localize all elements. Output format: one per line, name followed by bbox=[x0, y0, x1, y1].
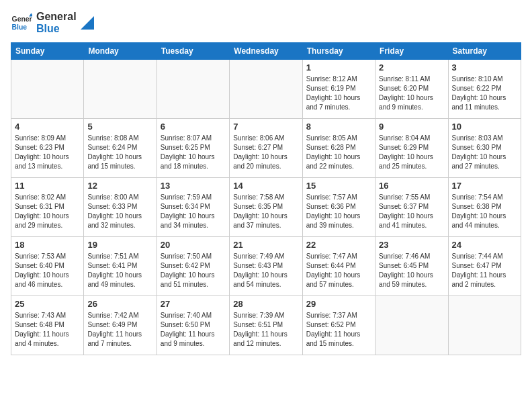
logo-triangle-icon bbox=[81, 16, 94, 30]
day-info: Sunrise: 8:11 AM Sunset: 6:20 PM Dayligh… bbox=[379, 75, 444, 112]
day-number: 2 bbox=[379, 62, 444, 73]
calendar-cell: 24Sunrise: 7:44 AM Sunset: 6:47 PM Dayli… bbox=[448, 237, 521, 296]
day-info: Sunrise: 7:50 AM Sunset: 6:42 PM Dayligh… bbox=[161, 252, 226, 289]
day-info: Sunrise: 8:08 AM Sunset: 6:24 PM Dayligh… bbox=[87, 134, 152, 171]
col-header-monday: Monday bbox=[84, 43, 157, 60]
col-header-thursday: Thursday bbox=[302, 43, 375, 60]
calendar-cell bbox=[375, 296, 448, 355]
calendar-cell: 22Sunrise: 7:47 AM Sunset: 6:44 PM Dayli… bbox=[302, 237, 375, 296]
calendar-cell: 5Sunrise: 8:08 AM Sunset: 6:24 PM Daylig… bbox=[84, 119, 157, 178]
calendar-cell bbox=[11, 60, 84, 119]
calendar-cell: 11Sunrise: 8:02 AM Sunset: 6:31 PM Dayli… bbox=[11, 178, 84, 237]
day-info: Sunrise: 8:04 AM Sunset: 6:29 PM Dayligh… bbox=[379, 134, 444, 171]
day-info: Sunrise: 7:43 AM Sunset: 6:48 PM Dayligh… bbox=[15, 311, 80, 349]
calendar-cell: 21Sunrise: 7:49 AM Sunset: 6:43 PM Dayli… bbox=[230, 237, 302, 296]
svg-marker-2 bbox=[29, 13, 32, 16]
day-info: Sunrise: 7:40 AM Sunset: 6:50 PM Dayligh… bbox=[161, 311, 226, 349]
logo: General Blue General Blue bbox=[11, 11, 94, 34]
calendar-cell: 26Sunrise: 7:42 AM Sunset: 6:49 PM Dayli… bbox=[84, 296, 157, 355]
day-number: 24 bbox=[452, 240, 517, 250]
col-header-sunday: Sunday bbox=[11, 43, 84, 60]
day-number: 13 bbox=[161, 181, 226, 191]
day-info: Sunrise: 8:10 AM Sunset: 6:22 PM Dayligh… bbox=[452, 75, 517, 112]
day-info: Sunrise: 8:02 AM Sunset: 6:31 PM Dayligh… bbox=[15, 193, 80, 230]
calendar-cell: 23Sunrise: 7:46 AM Sunset: 6:45 PM Dayli… bbox=[375, 237, 448, 296]
calendar-cell: 2Sunrise: 8:11 AM Sunset: 6:20 PM Daylig… bbox=[375, 60, 448, 119]
day-number: 18 bbox=[15, 240, 80, 250]
day-number: 29 bbox=[306, 299, 371, 309]
calendar-cell: 3Sunrise: 8:10 AM Sunset: 6:22 PM Daylig… bbox=[448, 60, 521, 119]
day-number: 12 bbox=[87, 181, 152, 191]
day-number: 19 bbox=[87, 240, 152, 250]
calendar-cell: 29Sunrise: 7:37 AM Sunset: 6:52 PM Dayli… bbox=[302, 296, 375, 355]
day-info: Sunrise: 8:07 AM Sunset: 6:25 PM Dayligh… bbox=[161, 134, 226, 171]
day-number: 27 bbox=[161, 299, 226, 309]
calendar-cell bbox=[84, 60, 157, 119]
day-info: Sunrise: 7:58 AM Sunset: 6:35 PM Dayligh… bbox=[233, 193, 298, 230]
calendar-cell: 6Sunrise: 8:07 AM Sunset: 6:25 PM Daylig… bbox=[157, 119, 229, 178]
day-info: Sunrise: 8:05 AM Sunset: 6:28 PM Dayligh… bbox=[306, 134, 371, 171]
day-info: Sunrise: 7:53 AM Sunset: 6:40 PM Dayligh… bbox=[15, 252, 80, 289]
calendar-table: SundayMondayTuesdayWednesdayThursdayFrid… bbox=[11, 42, 521, 355]
col-header-wednesday: Wednesday bbox=[230, 43, 302, 60]
calendar-cell bbox=[448, 296, 521, 355]
day-number: 6 bbox=[161, 122, 226, 132]
day-number: 9 bbox=[379, 122, 444, 132]
day-number: 7 bbox=[233, 122, 298, 132]
day-info: Sunrise: 8:09 AM Sunset: 6:23 PM Dayligh… bbox=[15, 134, 80, 171]
day-number: 3 bbox=[452, 62, 517, 73]
logo-blue: Blue bbox=[36, 23, 77, 35]
day-number: 1 bbox=[306, 62, 371, 73]
calendar-cell: 1Sunrise: 8:12 AM Sunset: 6:19 PM Daylig… bbox=[302, 60, 375, 119]
page-header: General Blue General Blue bbox=[11, 11, 521, 34]
calendar-cell: 14Sunrise: 7:58 AM Sunset: 6:35 PM Dayli… bbox=[230, 178, 302, 237]
day-info: Sunrise: 7:44 AM Sunset: 6:47 PM Dayligh… bbox=[452, 252, 517, 289]
day-number: 25 bbox=[15, 299, 80, 309]
day-number: 14 bbox=[233, 181, 298, 191]
day-number: 21 bbox=[233, 240, 298, 250]
calendar-cell: 7Sunrise: 8:06 AM Sunset: 6:27 PM Daylig… bbox=[230, 119, 302, 178]
day-number: 17 bbox=[452, 181, 517, 191]
day-info: Sunrise: 7:46 AM Sunset: 6:45 PM Dayligh… bbox=[379, 252, 444, 289]
day-info: Sunrise: 7:51 AM Sunset: 6:41 PM Dayligh… bbox=[87, 252, 152, 289]
day-info: Sunrise: 8:06 AM Sunset: 6:27 PM Dayligh… bbox=[233, 134, 298, 171]
svg-text:General: General bbox=[12, 15, 32, 23]
day-info: Sunrise: 7:47 AM Sunset: 6:44 PM Dayligh… bbox=[306, 252, 371, 289]
col-header-saturday: Saturday bbox=[448, 43, 521, 60]
day-info: Sunrise: 7:55 AM Sunset: 6:37 PM Dayligh… bbox=[379, 193, 444, 230]
calendar-cell: 8Sunrise: 8:05 AM Sunset: 6:28 PM Daylig… bbox=[302, 119, 375, 178]
calendar-cell bbox=[157, 60, 229, 119]
day-number: 8 bbox=[306, 122, 371, 132]
day-number: 5 bbox=[87, 122, 152, 132]
day-info: Sunrise: 7:59 AM Sunset: 6:34 PM Dayligh… bbox=[161, 193, 226, 230]
day-number: 23 bbox=[379, 240, 444, 250]
day-number: 4 bbox=[15, 122, 80, 132]
day-info: Sunrise: 7:39 AM Sunset: 6:51 PM Dayligh… bbox=[233, 311, 298, 349]
day-info: Sunrise: 8:12 AM Sunset: 6:19 PM Dayligh… bbox=[306, 75, 371, 112]
col-header-friday: Friday bbox=[375, 43, 448, 60]
calendar-cell: 10Sunrise: 8:03 AM Sunset: 6:30 PM Dayli… bbox=[448, 119, 521, 178]
day-info: Sunrise: 7:49 AM Sunset: 6:43 PM Dayligh… bbox=[233, 252, 298, 289]
calendar-cell: 18Sunrise: 7:53 AM Sunset: 6:40 PM Dayli… bbox=[11, 237, 84, 296]
calendar-cell: 20Sunrise: 7:50 AM Sunset: 6:42 PM Dayli… bbox=[157, 237, 229, 296]
day-info: Sunrise: 7:42 AM Sunset: 6:49 PM Dayligh… bbox=[87, 311, 152, 349]
calendar-cell: 19Sunrise: 7:51 AM Sunset: 6:41 PM Dayli… bbox=[84, 237, 157, 296]
svg-text:Blue: Blue bbox=[12, 23, 28, 30]
day-number: 15 bbox=[306, 181, 371, 191]
svg-marker-3 bbox=[81, 16, 94, 30]
day-info: Sunrise: 8:03 AM Sunset: 6:30 PM Dayligh… bbox=[452, 134, 517, 171]
calendar-cell: 9Sunrise: 8:04 AM Sunset: 6:29 PM Daylig… bbox=[375, 119, 448, 178]
calendar-cell: 4Sunrise: 8:09 AM Sunset: 6:23 PM Daylig… bbox=[11, 119, 84, 178]
calendar-cell: 13Sunrise: 7:59 AM Sunset: 6:34 PM Dayli… bbox=[157, 178, 229, 237]
day-info: Sunrise: 7:54 AM Sunset: 6:38 PM Dayligh… bbox=[452, 193, 517, 230]
col-header-tuesday: Tuesday bbox=[157, 43, 229, 60]
calendar-cell: 12Sunrise: 8:00 AM Sunset: 6:33 PM Dayli… bbox=[84, 178, 157, 237]
calendar-cell: 16Sunrise: 7:55 AM Sunset: 6:37 PM Dayli… bbox=[375, 178, 448, 237]
calendar-cell: 17Sunrise: 7:54 AM Sunset: 6:38 PM Dayli… bbox=[448, 178, 521, 237]
logo-icon: General Blue bbox=[11, 12, 32, 34]
day-number: 22 bbox=[306, 240, 371, 250]
calendar-cell: 15Sunrise: 7:57 AM Sunset: 6:36 PM Dayli… bbox=[302, 178, 375, 237]
calendar-cell bbox=[230, 60, 302, 119]
day-number: 26 bbox=[87, 299, 152, 309]
day-number: 10 bbox=[452, 122, 517, 132]
